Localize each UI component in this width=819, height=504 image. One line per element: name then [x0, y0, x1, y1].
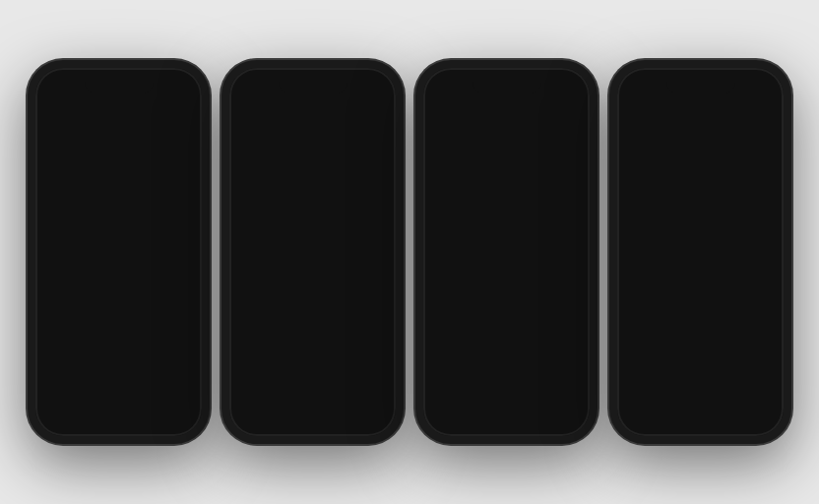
article-text-body: Gyrpy posty MF Eltery pots	[433, 210, 580, 220]
store-item-1[interactable]: ✦ Was Derise Connected features	[617, 125, 784, 170]
hair	[269, 210, 357, 298]
feed-item-text-1: Important and relevant news	[45, 167, 192, 177]
battery-icon-1: ▮	[186, 75, 190, 84]
svg-rect-9	[685, 289, 710, 294]
list-item[interactable]: THIS IS OPEN between those that help con…	[35, 254, 202, 281]
feed-title-1: BEE A PEAL	[35, 121, 202, 149]
store-icon-svg-2	[627, 193, 662, 228]
store-item-desc-2: Useful links	[668, 211, 774, 219]
thumb-svg-1	[627, 252, 676, 301]
article-video-thumb[interactable]: ▶	[433, 234, 580, 333]
thumbnail-3[interactable]	[733, 252, 783, 301]
list-item[interactable]: we can take to be granted anonymo public…	[35, 321, 202, 347]
comment-input[interactable]: Walaros buhi amene	[239, 405, 327, 426]
status-icons-1: ●●● ▮	[169, 75, 191, 84]
comment-text-2: Cry bleas: loa...	[459, 379, 507, 389]
article-body-3: ·Yaal Ueale AP Hlling llottenesoer. Udne…	[423, 118, 590, 228]
phone-1-screen: 9:41 ●●● ▮ b•yo BEE A PEAL Don't leave t…	[35, 68, 202, 436]
status-bar-2: 9:41 ●● ▮	[229, 68, 396, 90]
article-main-title: ·Yaal Ueale AP	[433, 126, 580, 142]
svg-rect-8	[685, 262, 724, 286]
commenter-avatar-1	[433, 345, 453, 364]
svg-text:✦: ✦	[635, 140, 649, 157]
article-subtitle: Hlling llottenesoer. Udnent lihing brott…	[433, 146, 580, 168]
feed-main-title: BEE A PEAL	[45, 127, 192, 145]
status-time-4: 9:41	[629, 75, 645, 84]
video-overlay: Nhal Onexon but dancing	[239, 358, 386, 377]
user-avatar-2[interactable]	[172, 95, 192, 115]
store-item-name-1: Was Derise	[668, 139, 774, 148]
list-item[interactable]: UNNO Final Support	[35, 378, 202, 395]
feed-item-bold-4: THIS IS OPEN between those that	[45, 258, 192, 267]
store-title-4: AnaWU	[627, 95, 774, 107]
camera-icon[interactable]: ◎	[367, 98, 376, 109]
section-label-3: Ubicantis	[617, 235, 784, 248]
app-logo-3: Bo♦	[446, 96, 470, 111]
comment-section-3: Dirlny peat. Wan bulanke Cry bleas: loa.…	[423, 339, 590, 402]
commenter-name-2: Wan bulanke	[459, 370, 507, 379]
heart-icon[interactable]: ♡	[335, 405, 356, 426]
status-bar-1: 9:41 ●●● ▮	[35, 68, 202, 90]
status-time-1: 9:41	[47, 75, 63, 84]
signal-icon-2: ●●	[367, 75, 377, 84]
store-divider-1	[617, 172, 784, 173]
store-icon-2	[627, 193, 662, 228]
divider-6	[35, 317, 202, 318]
thumbnail-2[interactable]	[680, 252, 729, 301]
status-bar-4: 9:41 ●● ▮	[617, 68, 784, 90]
feed-item-text-4: help connect channeler stations	[45, 267, 192, 277]
app-logo-1: b•yo	[45, 97, 75, 113]
thumb-svg-3	[733, 252, 783, 301]
status-time-3: 9:41	[435, 75, 451, 84]
comment-row-1: Dirlny peat.	[433, 345, 580, 364]
back-button-3[interactable]: ‹	[433, 95, 438, 111]
section-label-2: Abects	[617, 175, 784, 188]
comment-input-placeholder: Walaros buhi amene	[247, 412, 310, 419]
list-item[interactable]: Keep updated with latest goings on View …	[35, 188, 202, 215]
feed-item-bold-3: Where save and share info works	[45, 225, 192, 234]
signal-icon-3: ●●	[561, 75, 571, 84]
feed-item-text-6: public safe space sharing	[45, 334, 192, 344]
phone-3-screen: 9:41 ●● ▮ ‹ Bo♦ 🔍 ✏ ·Yaal Ueale AP Hllin…	[423, 68, 590, 436]
comment-label-1: Dirlny peat.	[459, 345, 499, 353]
list-item[interactable]: New Contra Reactivations Channels Multip…	[35, 287, 202, 314]
section-label-1: AN DERE	[617, 112, 784, 125]
feed-item-text-2: View stories and connect	[45, 201, 192, 211]
user-avatar-1[interactable]	[147, 95, 166, 115]
svg-point-3	[637, 203, 653, 219]
store-item-desc-1: Connected features	[668, 148, 774, 156]
battery-icon-4: ▮	[768, 75, 772, 84]
list-item[interactable]: Where save and share info works Communit…	[35, 221, 202, 248]
battery-icon-2: ▮	[380, 75, 384, 84]
store-item-name-2: Abects	[668, 202, 774, 211]
feed-item-bold-8: UNNO Final Support	[45, 382, 192, 391]
divider-7	[35, 350, 202, 351]
share-button[interactable]: ↗	[364, 405, 386, 426]
store-header-4: AnaWU	[617, 90, 784, 112]
feed-item-bold-1: Don't leave this to chance	[45, 158, 192, 167]
search-icon-3[interactable]: 🔍	[554, 98, 566, 109]
svg-rect-6	[635, 286, 668, 294]
video-title: Nhal Onexon	[239, 358, 386, 370]
comment-content-2: Wan bulanke Cry bleas: loa...	[459, 370, 507, 389]
signal-icon-1: ●●●	[169, 75, 184, 84]
thumb-svg-2	[680, 252, 729, 301]
feed-item-text-5: Multiple listings and shared posts	[45, 300, 192, 310]
feed-item-text-3: Community driven content hub	[45, 234, 192, 244]
share-icon[interactable]: ⟩	[382, 98, 386, 109]
play-button[interactable]: ▶	[492, 269, 522, 298]
list-item[interactable]: Don't leave this to chance Important and…	[35, 155, 202, 181]
status-icons-3: ●● ▮	[561, 75, 578, 84]
thumbnail-1[interactable]	[627, 252, 676, 301]
article-tag[interactable]: unning	[433, 179, 468, 190]
list-item[interactable]: Hi, Links	[35, 354, 202, 371]
comment-content-1: Dirlny peat.	[459, 345, 499, 353]
svg-point-5	[637, 264, 653, 280]
feed-item-bold-5: New Contra Reactivations Channels	[45, 291, 192, 300]
commenter-avatar-2	[433, 370, 453, 390]
edit-icon-3[interactable]: ✏	[572, 98, 580, 109]
store-item-2[interactable]: Abects Useful links	[617, 188, 784, 233]
video-subtitle: but dancing	[239, 370, 386, 377]
store-thumbnails	[617, 248, 784, 305]
divider-2	[35, 184, 202, 185]
